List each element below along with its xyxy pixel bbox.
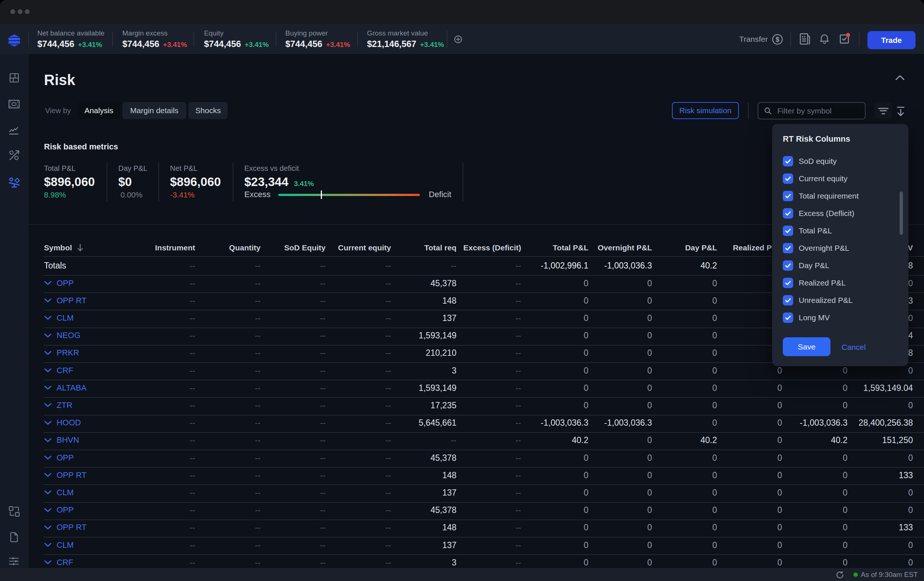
svg-text:$: $ [776,36,779,43]
